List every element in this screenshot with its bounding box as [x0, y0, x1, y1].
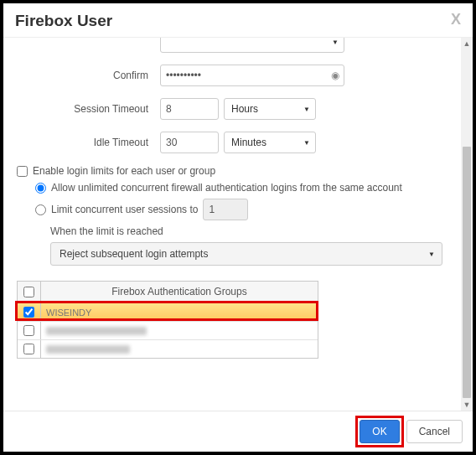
enable-login-limits-checkbox[interactable]	[17, 166, 28, 177]
modal-body-wrap: Confirm ◉ Session Timeout Hours Idle Tim…	[3, 38, 473, 411]
session-timeout-label: Session Timeout	[5, 103, 160, 115]
scrollbar-thumb[interactable]	[463, 147, 471, 398]
modal-dialog: Firebox User X Confirm ◉ Session Timeout…	[3, 3, 473, 452]
group-row-checkbox[interactable]	[23, 307, 34, 318]
modal-title: Firebox User	[15, 12, 112, 30]
reveal-password-icon[interactable]: ◉	[331, 70, 339, 81]
scroll-up-icon[interactable]: ▲	[461, 38, 473, 49]
modal-body: Confirm ◉ Session Timeout Hours Idle Tim…	[3, 38, 461, 411]
group-row-name	[41, 322, 318, 339]
login-limits-section: Enable login limits for each user or gro…	[17, 165, 459, 266]
table-row[interactable]: WISEINDY	[18, 302, 318, 321]
table-header: Firebox Authentication Groups	[18, 282, 318, 302]
session-timeout-input[interactable]	[160, 98, 219, 120]
scroll-down-icon[interactable]: ▼	[461, 399, 473, 411]
allow-unlimited-label: Allow unlimited concurrent firewall auth…	[51, 182, 402, 194]
idle-timeout-label: Idle Timeout	[5, 137, 160, 148]
ok-button[interactable]: OK	[360, 420, 399, 443]
idle-timeout-unit-select[interactable]: Minutes	[224, 132, 316, 153]
modal-footer: OK Cancel	[3, 411, 473, 452]
group-row-checkbox[interactable]	[23, 325, 34, 336]
allow-unlimited-radio[interactable]	[35, 183, 46, 194]
modal-header: Firebox User X	[3, 3, 473, 38]
enable-login-limits-label: Enable login limits for each user or gro…	[33, 165, 215, 177]
group-row-name	[41, 340, 318, 358]
limit-action-select[interactable]: Reject subsequent login attempts	[50, 242, 442, 266]
when-limit-label: When the limit is reached	[50, 225, 459, 237]
idle-timeout-input[interactable]	[160, 132, 219, 153]
vertical-scrollbar[interactable]: ▲ ▼	[461, 38, 473, 411]
limit-concurrent-value-input[interactable]	[203, 199, 248, 220]
auth-server-select[interactable]	[160, 38, 344, 53]
limit-concurrent-radio[interactable]	[35, 204, 46, 215]
auth-groups-table: Firebox Authentication Groups WISEINDY	[17, 281, 318, 359]
groups-header-label: Firebox Authentication Groups	[41, 282, 318, 302]
confirm-password-input[interactable]	[160, 65, 344, 86]
session-timeout-unit-select[interactable]: Hours	[224, 98, 316, 120]
group-row-name: WISEINDY	[41, 303, 318, 321]
table-row[interactable]	[18, 321, 318, 339]
group-row-checkbox[interactable]	[23, 344, 34, 354]
confirm-label: Confirm	[5, 70, 160, 81]
limit-concurrent-label: Limit concurrent user sessions to	[51, 204, 198, 215]
table-row[interactable]	[18, 339, 318, 358]
cancel-button[interactable]: Cancel	[406, 420, 463, 443]
close-icon[interactable]: X	[451, 12, 461, 27]
select-all-groups-checkbox[interactable]	[23, 287, 34, 297]
